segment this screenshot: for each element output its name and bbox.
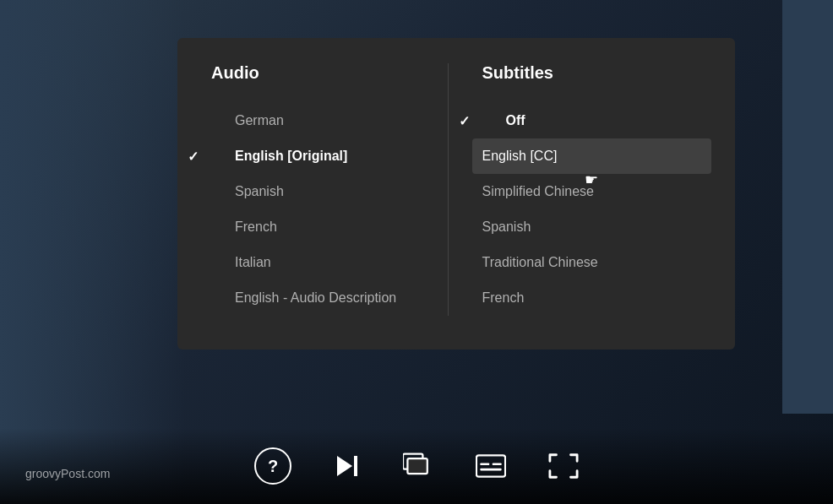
subtitle-checkmark: ✓ <box>459 113 470 129</box>
audio-column: Audio German ✓ English [Original] Spanis… <box>211 63 431 316</box>
audio-item-english-ad[interactable]: English - Audio Description <box>211 280 431 316</box>
bottom-bar: ? <box>0 428 833 504</box>
audio-item-german[interactable]: German <box>211 103 431 138</box>
help-button[interactable]: ? <box>254 447 291 485</box>
subtitle-english-cc-label: English [CC] <box>482 149 558 164</box>
subtitles-icon <box>476 451 506 481</box>
subtitle-item-traditional-chinese[interactable]: Traditional Chinese <box>482 245 702 280</box>
audio-checkmark: ✓ <box>188 149 199 165</box>
help-icon-label: ? <box>268 457 278 476</box>
help-icon: ? <box>254 447 291 485</box>
skip-next-button[interactable] <box>334 453 361 480</box>
subtitle-spanish-label: Spanish <box>482 219 531 235</box>
subtitles-title: Subtitles <box>482 63 702 83</box>
subtitle-french-label: French <box>482 290 525 306</box>
watermark-text: groovyPost.com <box>25 467 110 480</box>
watermark: groovyPost.com <box>25 467 110 480</box>
bg-blur-right <box>782 0 833 414</box>
svg-rect-6 <box>493 463 502 465</box>
column-divider <box>448 63 449 316</box>
subtitle-item-english-cc[interactable]: English [CC] ☛ <box>472 138 712 174</box>
audio-french-label: French <box>235 219 277 235</box>
audio-item-spanish[interactable]: Spanish <box>211 174 431 209</box>
svg-rect-1 <box>354 456 357 476</box>
svg-marker-0 <box>337 456 352 476</box>
svg-rect-7 <box>480 469 501 471</box>
svg-rect-5 <box>480 463 489 465</box>
audio-item-italian[interactable]: Italian <box>211 245 431 280</box>
audio-subtitles-modal: Audio German ✓ English [Original] Spanis… <box>177 38 735 350</box>
audio-item-english-original[interactable]: ✓ English [Original] <box>211 138 431 174</box>
subtitle-item-french[interactable]: French <box>482 280 702 316</box>
skip-next-icon <box>334 453 361 480</box>
subtitle-item-simplified-chinese[interactable]: Simplified Chinese <box>482 174 702 209</box>
audio-german-label: German <box>235 113 284 128</box>
audio-item-french[interactable]: French <box>211 209 431 245</box>
episodes-button[interactable] <box>403 451 433 481</box>
svg-rect-4 <box>476 455 505 476</box>
subtitle-off-label: Off <box>506 113 525 128</box>
audio-english-original-label: English [Original] <box>235 149 347 164</box>
audio-title: Audio <box>211 63 431 83</box>
fullscreen-icon <box>548 451 579 481</box>
subtitle-simplified-chinese-label: Simplified Chinese <box>482 184 595 199</box>
episodes-icon <box>403 451 433 481</box>
subtitle-item-spanish[interactable]: Spanish <box>482 209 702 245</box>
svg-rect-3 <box>407 458 427 474</box>
audio-spanish-label: Spanish <box>235 184 284 199</box>
subtitles-button[interactable] <box>476 451 506 481</box>
audio-english-ad-label: English - Audio Description <box>235 290 396 306</box>
fullscreen-button[interactable] <box>548 451 579 481</box>
subtitle-item-off[interactable]: ✓ Off <box>482 103 702 138</box>
subtitle-traditional-chinese-label: Traditional Chinese <box>482 255 598 270</box>
audio-italian-label: Italian <box>235 255 271 270</box>
subtitles-column: Subtitles ✓ Off English [CC] ☛ Simplifie… <box>466 63 702 316</box>
